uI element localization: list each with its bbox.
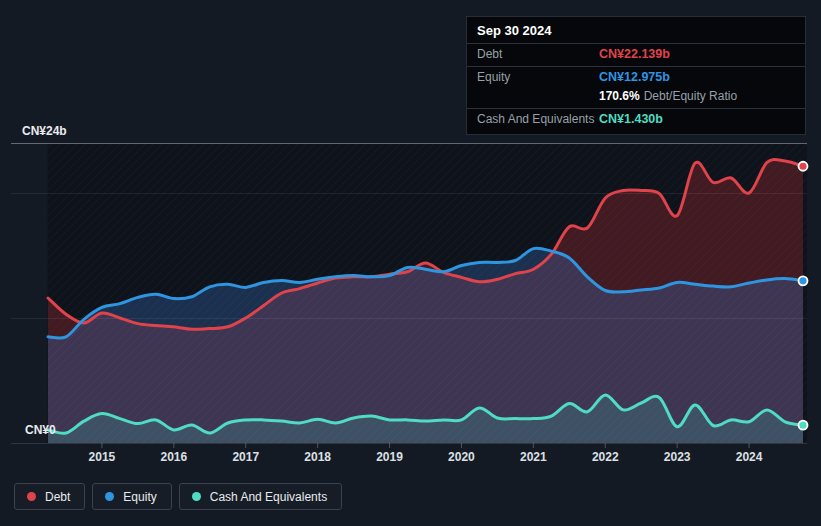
tooltip-debt-row: Debt CN¥22.139b bbox=[467, 43, 805, 66]
tooltip-equity-label: Equity bbox=[477, 70, 599, 85]
tooltip-cash-label: Cash And Equivalents bbox=[477, 112, 599, 127]
plot-texture bbox=[48, 143, 808, 443]
legend-label-cash: Cash And Equivalents bbox=[210, 490, 327, 504]
tooltip-date: Sep 30 2024 bbox=[467, 17, 805, 43]
equity-dot-icon bbox=[105, 492, 114, 501]
tooltip-cash-value: CN¥1.430b bbox=[599, 112, 663, 127]
x-label-2017: 2017 bbox=[232, 450, 259, 464]
legend-label-equity: Equity bbox=[123, 490, 156, 504]
x-label-2019: 2019 bbox=[376, 450, 403, 464]
x-label-2020: 2020 bbox=[448, 450, 475, 464]
tooltip-ratio-value: 170.6% bbox=[599, 89, 640, 103]
legend-item-debt[interactable]: Debt bbox=[14, 483, 85, 510]
tooltip-debt-value: CN¥22.139b bbox=[599, 47, 670, 62]
x-label-2022: 2022 bbox=[592, 450, 619, 464]
chart-legend: Debt Equity Cash And Equivalents bbox=[14, 483, 342, 510]
tooltip-debt-label: Debt bbox=[477, 47, 599, 62]
x-label-2018: 2018 bbox=[304, 450, 331, 464]
x-label-2024: 2024 bbox=[736, 450, 763, 464]
y-axis-max-label: CN¥24b bbox=[22, 124, 67, 138]
tooltip-ratio-label: Debt/Equity Ratio bbox=[644, 89, 737, 103]
cash-dot-icon bbox=[192, 492, 201, 501]
legend-label-debt: Debt bbox=[45, 490, 70, 504]
legend-item-equity[interactable]: Equity bbox=[92, 483, 171, 510]
chart-tooltip: Sep 30 2024 Debt CN¥22.139b Equity CN¥12… bbox=[466, 16, 806, 135]
equity-endpoint-marker bbox=[799, 276, 808, 285]
x-label-2016: 2016 bbox=[160, 450, 187, 464]
tooltip-cash-row: Cash And Equivalents CN¥1.430b bbox=[467, 108, 805, 134]
x-label-2023: 2023 bbox=[664, 450, 691, 464]
debt-equity-chart-panel: 2015201620172018201920202021202220232024… bbox=[0, 0, 821, 526]
x-label-2021: 2021 bbox=[520, 450, 547, 464]
tooltip-debt-equity-ratio: 170.6%Debt/Equity Ratio bbox=[599, 89, 737, 104]
y-axis-zero-label: CN¥0 bbox=[25, 423, 56, 437]
debt-dot-icon bbox=[27, 492, 36, 501]
debt-endpoint-marker bbox=[799, 162, 808, 171]
x-label-2015: 2015 bbox=[89, 450, 116, 464]
tooltip-equity-row: Equity CN¥12.975b 170.6%Debt/Equity Rati… bbox=[467, 66, 805, 108]
tooltip-equity-value: CN¥12.975b bbox=[599, 70, 737, 85]
cash-endpoint-marker bbox=[799, 421, 808, 430]
legend-item-cash[interactable]: Cash And Equivalents bbox=[179, 483, 342, 510]
